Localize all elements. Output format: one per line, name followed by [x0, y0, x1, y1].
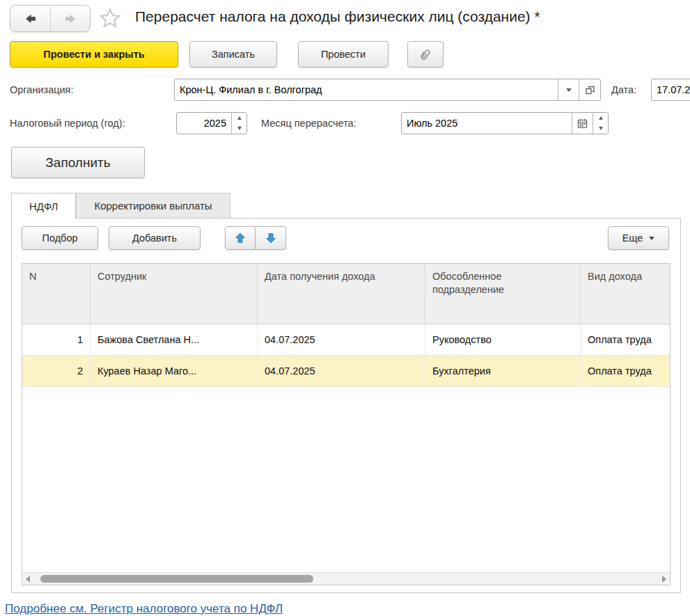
cell-employee[interactable]: Бажова Светлана Н... [91, 324, 258, 355]
organization-label: Организация: [10, 79, 73, 101]
tax-period-field: 2025 [176, 112, 247, 134]
recalc-month-field: Июль 2025 [401, 112, 609, 134]
column-header-department: Обособленное подразделение [425, 264, 581, 324]
move-down-button[interactable] [256, 226, 286, 250]
cell-employee[interactable]: Кураев Назар Маго... [91, 356, 258, 386]
scroll-left-arrow-icon[interactable] [26, 576, 30, 583]
recalc-month-calendar-button[interactable] [572, 113, 593, 134]
organization-field: Крон-Ц. Филиал в г. Волгоград [174, 79, 601, 101]
cell-n[interactable]: 1 [22, 324, 91, 355]
date-field: 17.07.2025 [651, 79, 690, 101]
favorites-star-icon[interactable] [98, 7, 123, 31]
cell-department[interactable]: Бухгалтерия [425, 356, 581, 386]
cell-department[interactable]: Руководство [425, 324, 581, 355]
more-button-label: Еще [622, 232, 643, 244]
blue-arrow-up-icon [234, 232, 246, 244]
tax-period-spinner [231, 113, 246, 134]
add-button[interactable]: Добавить [109, 226, 201, 250]
cell-income-type[interactable]: Оплата труда [581, 324, 670, 355]
forward-arrow-icon [63, 12, 77, 26]
nav-button-group [10, 5, 91, 32]
paperclip-icon [418, 47, 432, 61]
calendar-icon [577, 118, 588, 129]
cell-income-type[interactable]: Оплата труда [581, 356, 670, 386]
tax-period-spin-down-button[interactable] [232, 123, 246, 134]
chevron-down-icon [649, 237, 654, 240]
organization-input[interactable]: Крон-Ц. Филиал в г. Волгоград [175, 79, 558, 100]
post-button[interactable]: Провести [298, 41, 389, 68]
table-row[interactable]: 1 Бажова Светлана Н... 04.07.2025 Руково… [22, 324, 670, 356]
tab-payment-corrections[interactable]: Корректировки выплаты [76, 193, 230, 218]
spin-down-icon [237, 127, 242, 130]
cell-income-date[interactable]: 04.07.2025 [258, 324, 425, 355]
column-header-income-date: Дата получения дохода [258, 264, 425, 324]
blue-arrow-down-icon [265, 232, 277, 244]
forward-button[interactable] [50, 6, 90, 31]
spin-up-icon [599, 116, 603, 120]
table-header-row: N Сотрудник Дата получения дохода Обособ… [22, 264, 670, 324]
back-button[interactable] [10, 6, 50, 31]
more-button[interactable]: Еще [608, 226, 669, 250]
recalc-month-spinner [593, 113, 608, 134]
pick-button[interactable]: Подбор [22, 226, 98, 250]
tax-period-spin-up-button[interactable] [232, 113, 246, 123]
column-header-income-type: Вид дохода [581, 264, 670, 324]
spin-down-icon [599, 127, 603, 130]
chevron-down-icon [566, 88, 572, 92]
back-arrow-icon [24, 12, 38, 26]
page-title: Перерасчет налога на доходы физических л… [135, 8, 540, 25]
ndfl-register-link[interactable]: Подробнее см. Регистр налогового учета п… [5, 602, 283, 616]
tab-bar: НДФЛ Корректировки выплаты [11, 193, 230, 218]
recalc-month-label: Месяц перерасчета: [261, 112, 356, 134]
organization-open-button[interactable] [579, 79, 600, 100]
move-up-button[interactable] [225, 226, 256, 250]
cell-n[interactable]: 2 [22, 356, 91, 386]
recalc-month-input[interactable]: Июль 2025 [402, 113, 572, 134]
save-button[interactable]: Записать [189, 41, 277, 68]
column-header-employee: Сотрудник [91, 264, 258, 324]
recalc-month-spin-up-button[interactable] [593, 113, 608, 123]
move-buttons-group [225, 226, 286, 250]
document-window: Перерасчет налога на доходы физических л… [0, 0, 690, 616]
fill-button[interactable]: Заполнить [11, 147, 145, 178]
ndfl-tab-panel: Подбор Добавить Еще N Сотрудник Дата пол… [11, 218, 681, 593]
date-input[interactable]: 17.07.2025 [652, 79, 690, 100]
scroll-right-arrow-icon[interactable] [662, 576, 666, 583]
tax-period-input[interactable]: 2025 [177, 113, 231, 134]
open-in-form-icon [585, 85, 595, 95]
tax-period-label: Налоговый период (год): [10, 112, 125, 134]
horizontal-scrollbar[interactable] [22, 572, 670, 585]
cell-income-date[interactable]: 04.07.2025 [258, 356, 425, 386]
recalc-month-spin-down-button[interactable] [593, 123, 608, 134]
spin-up-icon [237, 116, 242, 120]
scrollbar-thumb[interactable] [40, 575, 313, 583]
tabular-section: N Сотрудник Дата получения дохода Обособ… [22, 263, 671, 585]
post-and-close-button[interactable]: Провести и закрыть [10, 41, 178, 68]
column-header-n: N [22, 264, 91, 324]
organization-dropdown-button[interactable] [558, 79, 579, 100]
table-row-selected[interactable]: 2 Кураев Назар Маго... 04.07.2025 Бухгал… [22, 356, 670, 387]
tab-ndfl[interactable]: НДФЛ [11, 193, 76, 219]
attachments-button[interactable] [407, 41, 444, 68]
date-label: Дата: [611, 79, 636, 101]
